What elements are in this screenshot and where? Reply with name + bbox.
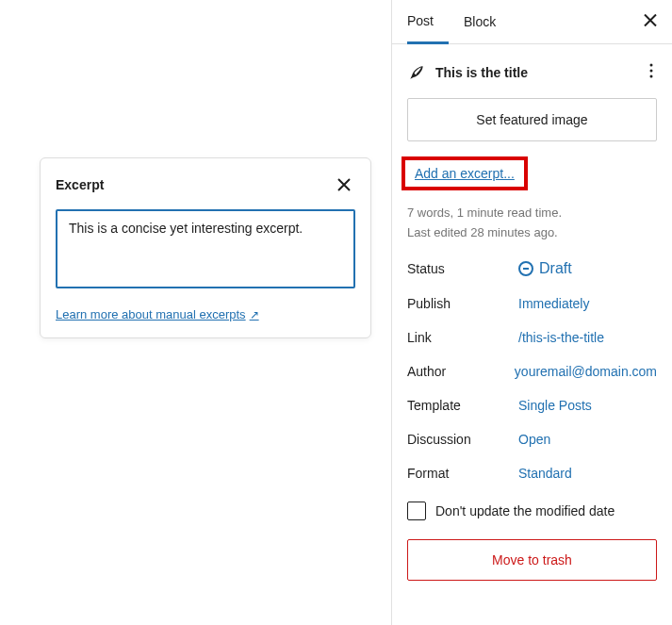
dont-update-checkbox[interactable] — [407, 502, 426, 520]
svg-point-2 — [650, 75, 653, 78]
setting-format: Format Standard — [407, 466, 657, 481]
link-value[interactable]: /this-is-the-title — [518, 330, 604, 345]
author-value[interactable]: youremail@domain.com — [515, 364, 657, 379]
learn-more-label: Learn more about manual excerpts — [56, 307, 246, 321]
template-label: Template — [407, 398, 518, 413]
excerpt-header: Excerpt — [56, 173, 355, 196]
excerpt-title: Excerpt — [56, 177, 104, 192]
dont-update-row: Don't update the modified date — [407, 502, 657, 520]
meta-last-edited: Last edited 28 minutes ago. — [407, 223, 657, 243]
link-label: Link — [407, 330, 518, 345]
svg-point-0 — [650, 64, 653, 67]
publish-label: Publish — [407, 296, 518, 311]
status-label: Status — [407, 261, 518, 276]
format-value[interactable]: Standard — [518, 466, 572, 481]
sidebar-close-button[interactable] — [644, 12, 657, 32]
settings-sidebar: Post Block This is the title Set feature… — [391, 0, 672, 625]
template-value[interactable]: Single Posts — [518, 398, 592, 413]
more-options-button[interactable] — [646, 59, 657, 85]
settings-list: Status Draft Publish Immediately Link /t… — [407, 260, 657, 481]
setting-discussion: Discussion Open — [407, 432, 657, 447]
format-label: Format — [407, 466, 518, 481]
status-text: Draft — [539, 260, 572, 277]
dont-update-label: Don't update the modified date — [435, 503, 615, 518]
learn-more-link[interactable]: Learn more about manual excerpts ↗ — [56, 307, 259, 321]
setting-publish: Publish Immediately — [407, 296, 657, 311]
add-excerpt-link[interactable]: Add an excerpt... — [402, 156, 528, 190]
sidebar-tabs: Post Block — [392, 0, 672, 44]
move-to-trash-button[interactable]: Move to trash — [407, 539, 657, 581]
close-icon — [337, 178, 351, 191]
author-label: Author — [407, 364, 515, 379]
set-featured-image-button[interactable]: Set featured image — [407, 98, 657, 141]
tab-block[interactable]: Block — [464, 1, 511, 42]
status-value[interactable]: Draft — [518, 260, 572, 277]
title-row: This is the title — [407, 59, 657, 85]
setting-status: Status Draft — [407, 260, 657, 277]
external-link-icon: ↗ — [250, 308, 259, 321]
discussion-label: Discussion — [407, 432, 518, 447]
tab-post[interactable]: Post — [407, 0, 449, 44]
post-title: This is the title — [435, 65, 636, 80]
discussion-value[interactable]: Open — [518, 432, 550, 447]
draft-status-icon — [518, 261, 533, 276]
setting-template: Template Single Posts — [407, 398, 657, 413]
close-icon — [644, 14, 657, 27]
publish-value[interactable]: Immediately — [518, 296, 589, 311]
sidebar-body: This is the title Set featured image Add… — [392, 44, 672, 625]
more-vertical-icon — [649, 63, 653, 78]
setting-link: Link /this-is-the-title — [407, 330, 657, 345]
meta-read-time: 7 words, 1 minute read time. — [407, 204, 657, 223]
excerpt-textarea[interactable] — [56, 209, 355, 288]
setting-author: Author youremail@domain.com — [407, 364, 657, 379]
feather-icon — [407, 63, 426, 82]
close-button[interactable] — [333, 173, 355, 196]
svg-point-1 — [650, 70, 653, 73]
post-meta: 7 words, 1 minute read time. Last edited… — [407, 204, 657, 243]
excerpt-popover: Excerpt Learn more about manual excerpts… — [40, 157, 371, 338]
